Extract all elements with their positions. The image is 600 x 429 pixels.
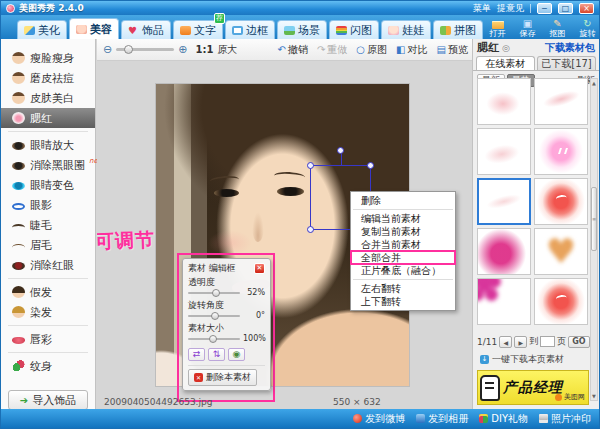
sidebar-item-tattoo[interactable]: 纹身 bbox=[1, 356, 95, 376]
resize-handle[interactable] bbox=[367, 162, 374, 169]
menu-item-merge-all[interactable]: 全部合并 bbox=[351, 251, 455, 264]
material-thumb-pink-circle[interactable] bbox=[534, 128, 588, 175]
scroll-up-icon[interactable]: ▲ bbox=[591, 79, 597, 87]
scrollbar-thumb[interactable]: ≡ bbox=[591, 187, 597, 251]
zoom-slider-thumb[interactable] bbox=[124, 45, 133, 54]
tab-text[interactable]: 文字荐 bbox=[173, 20, 223, 39]
zoom-ratio[interactable]: 1:1 bbox=[195, 44, 213, 55]
material-thumb-soft-pink[interactable] bbox=[477, 78, 531, 125]
rotate-handle[interactable] bbox=[337, 147, 344, 154]
tab-frame[interactable]: 边框 bbox=[225, 20, 275, 39]
zoom-slider[interactable] bbox=[116, 48, 174, 51]
tab-accessories[interactable]: ♥饰品 bbox=[121, 20, 171, 39]
material-thumb-red-round[interactable] bbox=[534, 278, 588, 325]
sidebar-item-slim-face[interactable]: 瘦脸瘦身 bbox=[1, 48, 95, 68]
tab-beautify[interactable]: 美化 bbox=[17, 20, 67, 39]
zoom-out-icon[interactable]: ⊖ bbox=[103, 43, 112, 56]
feedback-link[interactable]: 提意见 bbox=[497, 2, 524, 15]
menu-item-multiply-blend[interactable]: 正片叠底（融合） bbox=[351, 264, 455, 277]
menu-item-copy-material[interactable]: 复制当前素材 bbox=[351, 225, 455, 238]
opacity-slider[interactable] bbox=[188, 292, 240, 294]
gear-icon[interactable]: ◎ bbox=[502, 43, 510, 53]
download-pack-link[interactable]: 下载素材包 bbox=[545, 41, 595, 55]
photo-eye bbox=[277, 187, 304, 196]
menu-item-edit-material[interactable]: 编辑当前素材 bbox=[351, 212, 455, 225]
page-number-input[interactable] bbox=[540, 336, 555, 347]
menu-item-flip-vertical[interactable]: 上下翻转 bbox=[351, 295, 455, 308]
flip-vertical-button[interactable]: ⇅ bbox=[208, 348, 225, 361]
opacity-slider-thumb[interactable] bbox=[212, 289, 220, 297]
material-thumb-light-streak-selected[interactable] bbox=[477, 178, 531, 225]
cutout-button[interactable]: ✎抠图 bbox=[543, 18, 572, 38]
rotation-slider-thumb[interactable] bbox=[211, 312, 219, 320]
preview-button[interactable]: ▤预览 bbox=[437, 43, 468, 57]
tab-flash[interactable]: 闪图 bbox=[329, 20, 379, 39]
go-button[interactable]: GO bbox=[568, 336, 589, 348]
minimize-button[interactable]: ─ bbox=[537, 3, 552, 14]
rotate-handle-stem bbox=[341, 154, 342, 166]
compare-button[interactable]: ◧对比 bbox=[396, 43, 427, 57]
undo-button[interactable]: ↶撤销 bbox=[278, 43, 308, 57]
tab-scene[interactable]: 场景 bbox=[277, 20, 327, 39]
share-album-button[interactable]: 发到相册 bbox=[416, 412, 468, 426]
zoom-original-label[interactable]: 原大 bbox=[217, 43, 237, 57]
sidebar-item-eye-color[interactable]: 眼睛变色 bbox=[1, 175, 95, 195]
menu-item-delete[interactable]: 删除 bbox=[351, 194, 455, 207]
maximize-button[interactable]: □ bbox=[558, 3, 573, 14]
sidebar-item-enlarge-eyes[interactable]: 眼睛放大 bbox=[1, 135, 95, 155]
material-thumb-deep-pink[interactable] bbox=[477, 228, 531, 275]
sidebar-item-dark-circles[interactable]: 消除黑眼圈new bbox=[1, 155, 95, 175]
material-thumb-soft-diagonal[interactable] bbox=[477, 128, 531, 175]
original-button[interactable]: ○原图 bbox=[356, 43, 387, 57]
save-button[interactable]: ▣保存 bbox=[513, 18, 542, 38]
zoom-in-icon[interactable]: ⊕ bbox=[178, 43, 187, 56]
save-material-button[interactable]: ◉ bbox=[228, 348, 245, 361]
menu-item-flip-horizontal[interactable]: 左右翻转 bbox=[351, 282, 455, 295]
tab-online-materials[interactable]: 在线素材 bbox=[476, 56, 535, 70]
panel-scrollbar[interactable]: ▲ ≡ ▼ bbox=[590, 78, 598, 401]
tab-beauty[interactable]: 美容 bbox=[69, 18, 119, 39]
rotate-button[interactable]: ↻旋转 bbox=[573, 18, 600, 38]
tab-collage[interactable]: 拼图 bbox=[433, 20, 483, 39]
scroll-down-icon[interactable]: ▼ bbox=[591, 392, 597, 400]
photo-print-button[interactable]: 照片冲印 bbox=[539, 412, 591, 426]
delete-material-button[interactable]: ✕删除本素材 bbox=[188, 369, 257, 386]
material-thumb-red-circle[interactable] bbox=[534, 178, 588, 225]
sidebar-item-eyebrows[interactable]: 眉毛 bbox=[1, 235, 95, 255]
rotation-slider[interactable] bbox=[188, 315, 240, 317]
ad-banner[interactable]: 产品经理 美图网 bbox=[477, 370, 589, 405]
flip-horizontal-button[interactable]: ⇄ bbox=[188, 348, 205, 361]
open-button[interactable]: 打开 bbox=[483, 19, 512, 38]
ad-title: 产品经理 bbox=[503, 379, 563, 397]
menu-item-merge-material[interactable]: 合并当前素材 bbox=[351, 238, 455, 251]
sidebar-item-eyelashes[interactable]: 睫毛 bbox=[1, 215, 95, 235]
diy-gift-button[interactable]: DIY礼物 bbox=[479, 412, 528, 426]
sidebar-item-whiten-skin[interactable]: 皮肤美白 bbox=[1, 88, 95, 108]
tab-downloaded[interactable]: 已下载[17] bbox=[537, 56, 596, 70]
size-slider[interactable] bbox=[188, 338, 240, 340]
sidebar-item-lip-gloss[interactable]: 唇彩 bbox=[1, 329, 95, 349]
sidebar-item-wig[interactable]: 假发 bbox=[1, 282, 95, 302]
material-thumb-pink-streak[interactable] bbox=[534, 78, 588, 125]
download-all-link[interactable]: ↓ 一键下载本页素材 bbox=[480, 353, 564, 366]
sidebar-item-smooth-skin[interactable]: 磨皮祛痘 bbox=[1, 68, 95, 88]
divider bbox=[8, 131, 88, 132]
menu-link[interactable]: 菜单 bbox=[473, 2, 491, 15]
sidebar-item-red-eye[interactable]: 消除红眼 bbox=[1, 255, 95, 275]
import-accessories-button[interactable]: ➔导入饰品 bbox=[8, 390, 88, 410]
next-page-button[interactable]: ▶ bbox=[514, 336, 527, 348]
prev-page-button[interactable]: ◀ bbox=[499, 336, 512, 348]
material-thumb-pink-flower[interactable] bbox=[477, 278, 531, 325]
close-button[interactable]: × bbox=[579, 3, 594, 14]
resize-handle[interactable] bbox=[307, 162, 314, 169]
size-slider-thumb[interactable] bbox=[209, 335, 217, 343]
tab-doll[interactable]: 娃娃 bbox=[381, 20, 431, 39]
material-thumb-orange-heart[interactable]: ♥ bbox=[534, 228, 588, 275]
sidebar-item-hair-dye[interactable]: 染发 bbox=[1, 302, 95, 322]
resize-handle[interactable] bbox=[307, 226, 314, 233]
redo-button[interactable]: ↷重做 bbox=[317, 43, 347, 57]
share-weibo-button[interactable]: 发到微博 bbox=[353, 412, 405, 426]
sidebar-item-blush[interactable]: 腮红 bbox=[1, 108, 95, 128]
sidebar-item-eyeshadow[interactable]: 眼影 bbox=[1, 195, 95, 215]
dialog-close-button[interactable]: ✕ bbox=[254, 263, 265, 274]
